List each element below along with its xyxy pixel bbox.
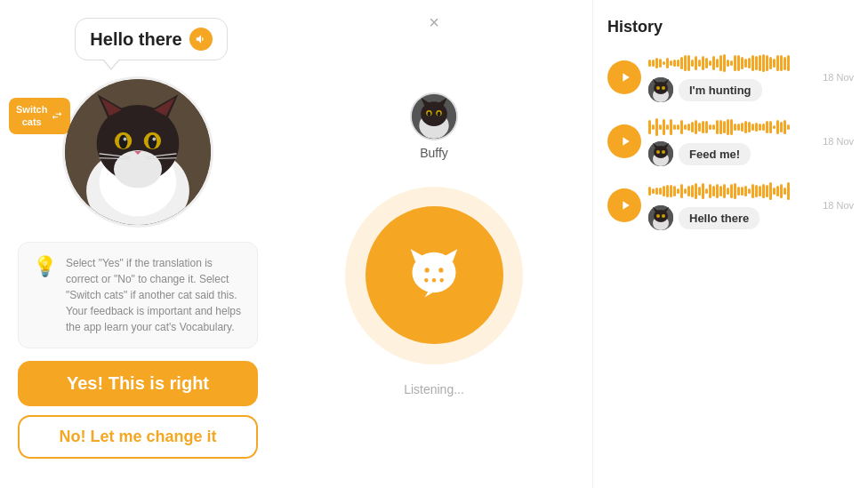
waveform-bar <box>727 188 729 195</box>
svg-point-43 <box>662 86 665 90</box>
waveform-bar <box>719 55 722 71</box>
buffy-cat-svg <box>412 94 456 139</box>
close-button[interactable]: × <box>429 12 439 33</box>
history-thumbnail <box>648 205 673 230</box>
waveform-bar <box>776 186 779 196</box>
waveform-bar <box>787 55 790 72</box>
history-label: Hello there <box>679 207 760 229</box>
waveform-bar <box>737 55 740 72</box>
waveform-bar <box>755 185 758 198</box>
waveform-bar <box>751 55 754 71</box>
history-date: 18 Nov <box>823 200 854 211</box>
waveform-bar <box>719 120 722 133</box>
waveform-bar <box>716 59 719 68</box>
waveform-bar <box>673 186 676 197</box>
waveform-bar <box>659 188 662 194</box>
waveform-bar <box>748 188 751 195</box>
waveform-bar <box>773 188 776 196</box>
waveform-bar <box>663 186 665 196</box>
cat-speech-icon <box>403 244 465 307</box>
history-date: 18 Nov <box>823 136 854 147</box>
svg-point-32 <box>425 268 430 272</box>
waveform-bar <box>687 55 690 71</box>
waveform-bar <box>670 60 672 66</box>
history-bottom-row: I'm hunting <box>648 77 816 102</box>
waveform-bar <box>769 182 772 200</box>
waveform-bar <box>773 59 776 68</box>
sound-icon[interactable] <box>189 28 213 51</box>
waveform-bar <box>723 121 726 134</box>
waveform-bar <box>652 188 655 193</box>
waveform <box>648 180 816 202</box>
waveform-bar <box>727 119 729 134</box>
waveform-bar <box>684 124 687 130</box>
waveform-bar <box>705 188 708 194</box>
waveform-bar <box>698 123 701 131</box>
waveform-bar <box>766 185 768 197</box>
cat-avatar <box>65 79 211 225</box>
waveform-bar <box>712 186 715 197</box>
waveform-bar <box>730 184 733 198</box>
waveform-bar <box>666 185 669 197</box>
svg-point-50 <box>662 150 665 154</box>
waveform-bar <box>666 58 669 68</box>
waveform <box>648 116 816 138</box>
waveform-bar <box>787 182 790 199</box>
waveform-bar <box>691 185 694 197</box>
waveform-bar <box>766 121 768 132</box>
play-button-1[interactable] <box>607 124 641 158</box>
waveform-bar <box>716 120 719 133</box>
waveform-bar <box>734 55 736 71</box>
no-button[interactable]: No! Let me change it <box>18 415 258 459</box>
waveform-bar <box>709 184 711 198</box>
waveform-bar <box>648 60 651 67</box>
play-button-2[interactable] <box>607 188 641 222</box>
waveform-bar <box>680 57 683 70</box>
history-item: I'm hunting18 Nov <box>607 52 854 102</box>
waveform-bar <box>652 60 655 67</box>
waveform-bar <box>776 120 779 134</box>
volume-icon <box>195 33 207 45</box>
waveform-bar <box>655 58 658 68</box>
waveform-bar <box>691 60 694 66</box>
svg-point-34 <box>424 278 428 282</box>
waveform-bar <box>695 56 697 70</box>
waveform-bar <box>741 187 743 196</box>
switch-arrows-icon <box>51 109 63 122</box>
svg-point-11 <box>119 135 128 148</box>
play-icon <box>618 198 632 212</box>
waveform-bar <box>734 124 736 131</box>
waveform-bar <box>709 60 711 67</box>
waveform-bar <box>741 123 743 131</box>
yes-button[interactable]: Yes! This is right <box>18 361 258 406</box>
listen-button[interactable] <box>366 206 503 344</box>
waveform-bar <box>659 124 662 130</box>
history-thumbnail <box>648 141 673 166</box>
waveform-bar <box>780 122 783 133</box>
waveform-bar <box>762 184 765 197</box>
history-date: 18 Nov <box>823 72 854 83</box>
waveform-bar <box>702 121 704 133</box>
waveform-bar <box>744 59 747 68</box>
listening-text: Listening... <box>404 382 464 396</box>
waveform-bar <box>727 60 729 67</box>
waveform-bar <box>748 122 751 133</box>
thumb-cat-svg <box>648 77 673 102</box>
history-right: I'm hunting <box>648 52 816 102</box>
waveform-bar <box>655 118 658 135</box>
waveform-bar <box>737 187 740 196</box>
switch-cats-button[interactable]: Switch cats <box>9 98 70 134</box>
waveform-bar <box>759 186 761 196</box>
thumb-cat-svg <box>648 141 673 166</box>
history-label: Feed me! <box>679 143 751 165</box>
play-button-0[interactable] <box>607 60 641 94</box>
waveform-bar <box>787 124 790 131</box>
waveform-bar <box>709 124 711 129</box>
svg-point-28 <box>438 111 441 116</box>
waveform-bar <box>712 56 715 71</box>
play-icon <box>618 70 632 84</box>
waveform-bar <box>670 119 672 136</box>
waveform-bar <box>670 185 672 198</box>
svg-point-27 <box>428 111 431 116</box>
middle-panel: × Buffy <box>276 0 592 488</box>
